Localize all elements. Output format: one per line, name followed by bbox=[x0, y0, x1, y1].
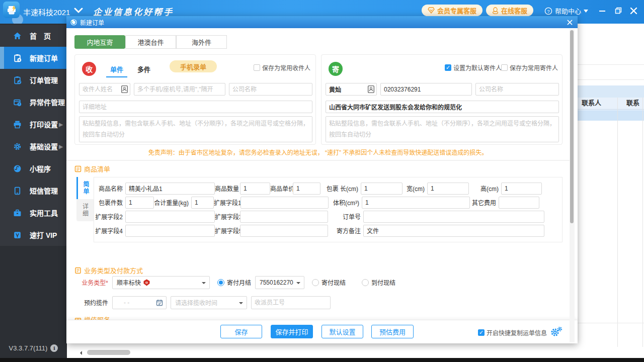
pkg-length-input[interactable] bbox=[361, 183, 403, 195]
sender-remark-input[interactable] bbox=[363, 225, 544, 237]
receiver-tab-multi[interactable]: 多件 bbox=[137, 64, 150, 74]
submenu-arrow-icon: ▶ bbox=[59, 144, 63, 149]
toolbox-icon bbox=[13, 209, 22, 217]
field-label: 包裹件数 bbox=[94, 198, 125, 207]
save-common-receiver-checkbox[interactable]: 保存为常用收件人 bbox=[254, 63, 310, 72]
sidebar-item-utilities[interactable]: 实用工具 bbox=[0, 202, 67, 224]
disclaimer-text: 免责声明：由于省市区地址复杂，请您务必检查录入的地址无误， “速打” 不承担因个… bbox=[66, 148, 570, 156]
ext-field3-input[interactable] bbox=[240, 211, 328, 223]
ext-field5-input[interactable] bbox=[240, 225, 328, 237]
section-title: 商品清单 bbox=[84, 164, 110, 173]
chevron-down-icon[interactable] bbox=[73, 7, 84, 14]
radio-label: 寄付月结 bbox=[227, 278, 251, 287]
ext-field1-input[interactable] bbox=[240, 197, 329, 209]
sidebar-item-print-settings[interactable]: 打印设置 ▶ bbox=[0, 113, 67, 135]
calendar-icon[interactable] bbox=[156, 299, 163, 306]
receiver-tab-single[interactable]: 单件 bbox=[110, 64, 123, 74]
address-book-icon[interactable] bbox=[120, 85, 129, 94]
goods-tab-detail[interactable]: 详细 bbox=[76, 199, 94, 221]
print-settings-gears-icon[interactable] bbox=[550, 326, 562, 337]
total-weight-input[interactable] bbox=[191, 197, 214, 209]
estimate-fee-button[interactable]: 预估费用 bbox=[371, 325, 414, 338]
sidebar-item-home[interactable]: 首 页 bbox=[0, 25, 67, 47]
pkg-height-input[interactable] bbox=[501, 183, 542, 195]
ext-field2-input[interactable] bbox=[125, 211, 215, 223]
sender-address-input[interactable] bbox=[326, 101, 559, 113]
sidebar-item-new-order[interactable]: 新建订单 bbox=[0, 47, 67, 69]
sidebar-item-basic-settings[interactable]: 基础设置 ▶ bbox=[0, 135, 67, 157]
restore-button[interactable] bbox=[614, 6, 623, 15]
pickup-date-input[interactable]: - - bbox=[112, 296, 167, 309]
pay-monthly-radio[interactable] bbox=[217, 279, 224, 286]
receiver-address-input[interactable] bbox=[79, 101, 312, 113]
courier-id-input[interactable] bbox=[251, 296, 331, 309]
pkg-count-input[interactable] bbox=[125, 197, 154, 209]
checkbox-icon[interactable] bbox=[501, 64, 508, 71]
field-label: 扩展字段4 bbox=[94, 226, 125, 235]
sender-paste-textarea[interactable] bbox=[326, 116, 559, 142]
business-type-label: 业务类型* bbox=[80, 278, 108, 287]
horizontal-scrollbar[interactable] bbox=[77, 349, 640, 355]
product-name-input[interactable] bbox=[125, 183, 215, 195]
checkbox-icon[interactable] bbox=[254, 64, 260, 71]
pkg-width-input[interactable] bbox=[427, 183, 469, 195]
goods-list-icon bbox=[74, 165, 82, 172]
help-center-button[interactable]: ? 帮助中心 bbox=[544, 6, 588, 16]
sidebar-item-label: 异常件管理 bbox=[30, 97, 65, 107]
info-icon[interactable]: i bbox=[50, 344, 58, 352]
sidebar-item-sudavip[interactable]: 速打 VIP bbox=[0, 224, 67, 246]
product-price-input[interactable] bbox=[293, 183, 320, 195]
diamond-icon bbox=[428, 7, 435, 14]
save-button[interactable]: 保存 bbox=[220, 325, 262, 338]
sidebar-item-exception-management[interactable]: 异常件管理 bbox=[0, 91, 67, 113]
receiver-company-input[interactable] bbox=[229, 83, 312, 96]
pay-on-arrival-radio[interactable] bbox=[362, 279, 369, 286]
monthly-account-select[interactable]: 7550162270 bbox=[255, 276, 304, 289]
product-qty-input[interactable] bbox=[240, 183, 270, 195]
dialog-vertical-scrollbar[interactable] bbox=[570, 29, 575, 342]
volume-input[interactable] bbox=[362, 197, 470, 209]
sidebar-item-sms-management[interactable]: 短信管理 bbox=[0, 179, 67, 202]
app-title: 丰速科技2021 bbox=[23, 7, 70, 17]
sender-company-input[interactable] bbox=[475, 83, 559, 96]
online-support-button[interactable]: 在线客服 bbox=[486, 5, 533, 16]
vip-support-button[interactable]: 会员专属客服 bbox=[422, 5, 482, 16]
sidebar-item-miniprogram[interactable]: 小程序 bbox=[0, 157, 67, 179]
new-order-dialog: 新建订单 内地互寄 港澳台件 海外件 收 单件 多件 手机录单 保存为常用收件人 bbox=[66, 16, 578, 343]
ext-field4-input[interactable] bbox=[125, 225, 215, 237]
goods-form: 商品名称 商品数量 商品单价 包裹 长(cm) 宽(cm) 高(cm) 包裹件数… bbox=[94, 177, 562, 242]
pay-cash-radio[interactable] bbox=[312, 279, 319, 286]
business-type-select[interactable]: 顺丰标快 bbox=[112, 276, 210, 289]
table-column-border bbox=[617, 98, 618, 347]
scrollbar-thumb[interactable] bbox=[570, 30, 574, 223]
receiver-phone-input[interactable] bbox=[134, 83, 225, 96]
set-default-sender-checkbox[interactable]: ✓ 设置为默认寄件人 bbox=[445, 63, 502, 72]
dialog-close-button[interactable] bbox=[566, 18, 574, 26]
printer-icon bbox=[13, 120, 22, 129]
goods-tab-simple[interactable]: 简单 bbox=[76, 177, 94, 199]
quick-copy-checkbox[interactable]: ✓ 开启快捷复制运单信息 bbox=[478, 328, 547, 337]
checkbox-checked-icon[interactable]: ✓ bbox=[478, 329, 485, 336]
minimize-button[interactable] bbox=[598, 6, 607, 15]
save-and-print-button[interactable]: 保存并打印 bbox=[271, 325, 313, 338]
vip-box-icon bbox=[13, 231, 22, 239]
receiver-paste-textarea[interactable] bbox=[79, 116, 312, 142]
close-window-button[interactable] bbox=[629, 6, 638, 15]
order-no-input[interactable] bbox=[363, 211, 544, 223]
sender-phone-input[interactable] bbox=[380, 83, 472, 96]
radio-label: 寄付现结 bbox=[321, 278, 346, 287]
tab-mainland[interactable]: 内地互寄 bbox=[74, 35, 125, 49]
tab-hongkong-macao-taiwan[interactable]: 港澳台件 bbox=[125, 35, 176, 49]
save-common-sender-checkbox[interactable]: 保存为常用寄件人 bbox=[501, 63, 558, 72]
phone-entry-button[interactable]: 手机录单 bbox=[170, 60, 217, 72]
sidebar-item-label: 基础设置 bbox=[30, 141, 58, 151]
scrollbar-thumb[interactable] bbox=[87, 350, 130, 355]
pickup-time-select[interactable]: 请选择揽收时间 bbox=[171, 296, 247, 309]
other-fee-input[interactable] bbox=[499, 197, 539, 209]
tab-overseas[interactable]: 海外件 bbox=[176, 35, 227, 49]
sidebar-item-order-management[interactable]: 订单管理 bbox=[0, 69, 67, 91]
default-settings-button[interactable]: 默认设置 bbox=[321, 325, 363, 338]
scroll-left-arrow-icon[interactable] bbox=[80, 351, 82, 355]
address-book-icon[interactable] bbox=[367, 85, 375, 94]
checkbox-checked-icon[interactable]: ✓ bbox=[445, 64, 451, 71]
